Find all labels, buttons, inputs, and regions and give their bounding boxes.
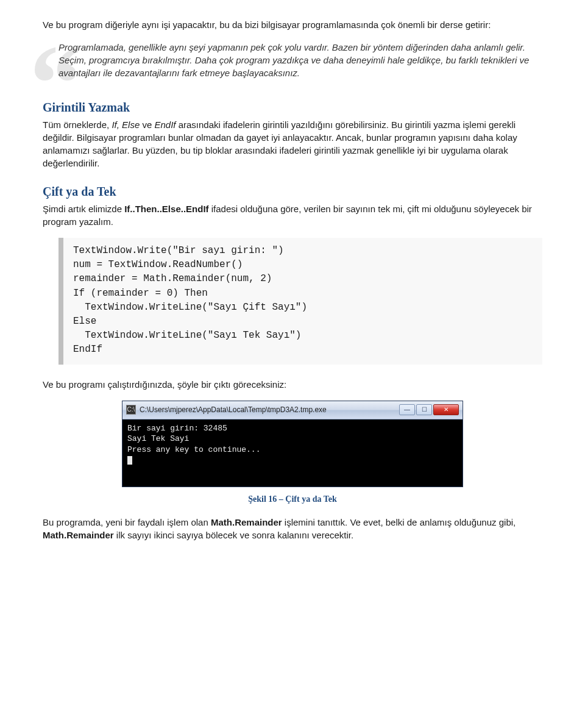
quote-block: “ Programlamada, genellikle aynı şeyi ya… — [43, 41, 542, 79]
quote-text: Programlamada, genellikle aynı şeyi yapm… — [58, 41, 542, 79]
code-l6: Else — [73, 316, 96, 327]
s1-pre: Tüm örneklerde, — [43, 120, 112, 130]
code-l5: TextWindow.WriteLine("Sayı Çift Sayı") — [73, 302, 307, 313]
code-l1: TextWindow.Write("Bir sayı girin: ") — [73, 245, 284, 256]
code-l8: EndIf — [73, 344, 102, 355]
window-buttons: — ☐ ✕ — [399, 404, 459, 415]
code-block: TextWindow.Write("Bir sayı girin: ") num… — [58, 238, 542, 365]
console-icon: C:\ — [126, 405, 136, 415]
section2-body: Şimdi artık elimizde If..Then..Else..End… — [43, 202, 542, 228]
close-button[interactable]: ✕ — [433, 404, 459, 415]
s2-pre: Şimdi artık elimizde — [43, 204, 124, 214]
code-l7: TextWindow.WriteLine("Sayı Tek Sayı") — [73, 330, 301, 341]
code-l2: num = TextWindow.ReadNumber() — [73, 259, 243, 270]
cursor-icon — [127, 456, 132, 465]
closing-strong2: Math.Remainder — [43, 530, 114, 540]
console-line1: Bir sayi girin: 32485 — [127, 424, 227, 433]
section1-body: Tüm örneklerde, If, Else ve EndIf arasın… — [43, 118, 542, 170]
maximize-button[interactable]: ☐ — [416, 404, 432, 415]
s1-em2: EndIf — [154, 120, 176, 130]
intro-text: Ve bu program diğeriyle aynı işi yapacak… — [43, 20, 491, 30]
s1-em1: If, Else — [112, 120, 140, 130]
closing-strong1: Math.Remainder — [211, 517, 282, 527]
intro-paragraph: Ve bu program diğeriyle aynı işi yapacak… — [43, 18, 542, 31]
closing-post: ilk sayıyı ikinci sayıya bölecek ve sonr… — [114, 530, 354, 540]
s1-mid: ve — [140, 120, 154, 130]
figure-caption: Şekil 16 – Çift ya da Tek — [43, 493, 542, 505]
console-title-text: C:\Users\mjperez\AppData\Local\Temp\tmpD… — [140, 405, 399, 415]
console-line3: Press any key to continue... — [127, 445, 260, 454]
closing-paragraph: Bu programda, yeni bir faydalı işlem ola… — [43, 516, 542, 541]
heading-girintili: Girintili Yazmak — [43, 99, 542, 116]
heading-cift-tek: Çift ya da Tek — [43, 183, 542, 200]
after-code-text: Ve bu programı çalıştırdığınızda, şöyle … — [43, 378, 542, 391]
closing-mid: işlemini tanıttık. Ve evet, belki de anl… — [282, 517, 516, 527]
code-l3: remainder = Math.Remainder(num, 2) — [73, 273, 272, 284]
minimize-button[interactable]: — — [399, 404, 415, 415]
closing-pre: Bu programda, yeni bir faydalı işlem ola… — [43, 517, 211, 527]
console-titlebar: C:\ C:\Users\mjperez\AppData\Local\Temp\… — [122, 401, 463, 419]
console-window: C:\ C:\Users\mjperez\AppData\Local\Temp\… — [122, 401, 463, 487]
s2-strong: If..Then..Else..EndIf — [124, 204, 208, 214]
console-body: Bir sayi girin: 32485 Sayi Tek Sayi Pres… — [122, 419, 463, 487]
console-line2: Sayi Tek Sayi — [127, 434, 189, 443]
code-l4: If (remainder = 0) Then — [73, 288, 208, 299]
